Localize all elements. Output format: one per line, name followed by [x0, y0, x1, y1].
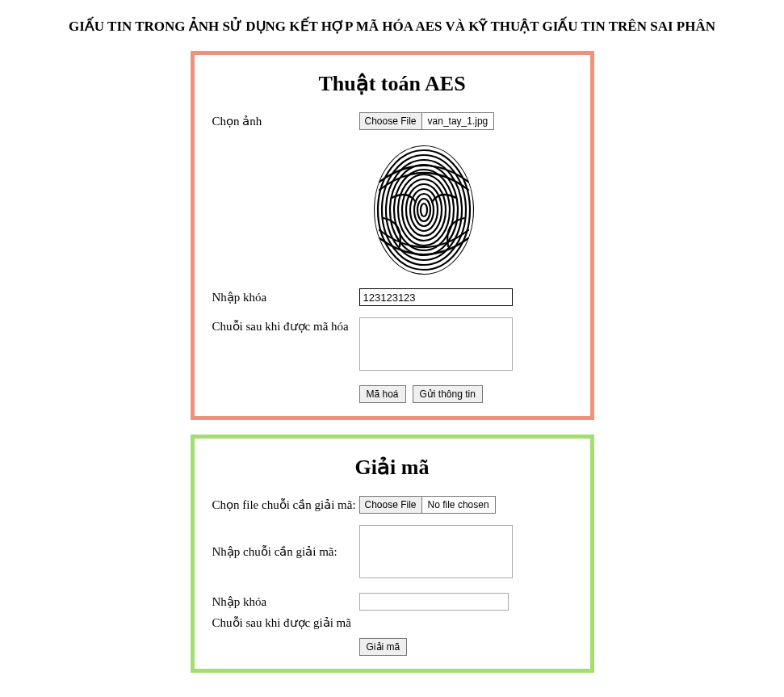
aes-encoded-output[interactable]: [359, 317, 513, 371]
aes-key-label: Nhập khóa: [212, 288, 359, 304]
decode-file-name: No file chosen: [422, 497, 495, 513]
decode-select-file-row: Chọn file chuỗi cần giải mã: Choose File…: [212, 496, 572, 514]
svg-point-2: [378, 150, 470, 270]
aes-button-row: Mã hoá Gửi thông tin: [359, 385, 572, 403]
svg-point-13: [421, 204, 427, 216]
aes-heading: Thuật toán AES: [212, 71, 572, 96]
choose-file-button[interactable]: Choose File: [360, 497, 422, 513]
fingerprint-preview: [359, 141, 572, 279]
aes-file-input[interactable]: Choose File van_tay_1.jpg: [359, 112, 495, 130]
aes-key-row: Nhập khóa: [212, 288, 572, 306]
aes-file-name: van_tay_1.jpg: [422, 113, 494, 129]
aes-encoded-row: Chuỗi sau khi được mã hóa: [212, 317, 572, 374]
decode-heading: Giải mã: [212, 455, 572, 480]
svg-point-12: [417, 199, 430, 221]
aes-select-image-label: Chọn ảnh: [212, 112, 359, 128]
decode-input-chain-label: Nhập chuỗi cần giải mã:: [212, 525, 359, 559]
decode-key-input[interactable]: [359, 593, 509, 611]
svg-point-9: [406, 184, 442, 236]
decode-output-label: Chuỗi sau khi được giải mã: [212, 614, 359, 630]
page-title: GIẤU TIN TRONG ẢNH SỬ DỤNG KẾT HỢP MÃ HÓ…: [16, 18, 768, 35]
decode-panel: Giải mã Chọn file chuỗi cần giải mã: Cho…: [191, 435, 594, 673]
decode-key-label: Nhập khóa: [212, 593, 359, 609]
aes-encoded-label: Chuỗi sau khi được mã hóa: [212, 317, 359, 334]
choose-file-button[interactable]: Choose File: [360, 113, 422, 129]
decode-button[interactable]: Giải mã: [359, 638, 408, 656]
decode-input-chain-row: Nhập chuỗi cần giải mã:: [212, 525, 572, 582]
decode-key-row: Nhập khóa: [212, 593, 572, 611]
fingerprint-icon: [359, 141, 488, 279]
send-info-button[interactable]: Gửi thông tin: [413, 385, 483, 403]
decode-file-input[interactable]: Choose File No file chosen: [359, 496, 496, 514]
aes-select-image-row: Chọn ảnh Choose File van_tay_1.jpg: [212, 112, 572, 130]
aes-panel: Thuật toán AES Chọn ảnh Choose File van_…: [191, 51, 594, 420]
decode-output-row: Chuỗi sau khi được giải mã: [212, 614, 572, 630]
encrypt-button[interactable]: Mã hoá: [359, 385, 406, 403]
decode-button-row: Giải mã: [359, 638, 572, 656]
decode-chain-input[interactable]: [359, 525, 513, 578]
aes-key-input[interactable]: [359, 288, 513, 306]
decode-select-file-label: Chọn file chuỗi cần giải mã:: [212, 496, 359, 512]
